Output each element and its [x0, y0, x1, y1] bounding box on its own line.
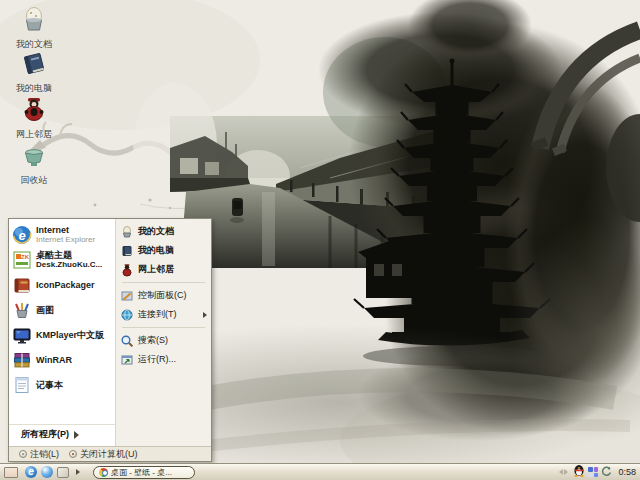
my-documents-icon — [120, 225, 134, 239]
paint-brushes-icon — [12, 300, 32, 320]
menu-item-paint[interactable]: 画图 — [9, 297, 115, 322]
menu-item-label: 控制面板(C) — [138, 289, 187, 302]
opera-figure-icon — [19, 94, 49, 128]
log-off-button[interactable]: 注销(L) — [19, 448, 59, 461]
tray-resize-handle-icon[interactable] — [559, 469, 568, 475]
taskbar: e 桌面 - 壁纸 - 桌... — [0, 463, 640, 480]
menu-separator — [122, 327, 205, 328]
menu-item-title: 桌酷主题 — [36, 250, 102, 260]
menu-item-internet[interactable]: e Internet Internet Explorer — [9, 222, 115, 247]
log-off-icon — [19, 450, 27, 458]
control-panel-icon — [120, 289, 134, 303]
task-button-label: 桌面 - 壁纸 - 桌... — [111, 467, 172, 478]
menu-item-control-panel[interactable]: 控制面板(C) — [116, 286, 211, 305]
start-menu-places-column: 我的文档 我的电脑 — [116, 219, 211, 446]
desktop-icon-label: 我的电脑 — [16, 83, 52, 93]
svg-text:e: e — [18, 227, 25, 242]
menu-separator — [122, 282, 205, 283]
svg-text:ZK: ZK — [21, 254, 30, 260]
menu-item-search[interactable]: 搜索(S) — [116, 331, 211, 350]
iconpackager-book-icon — [12, 275, 32, 295]
menu-item-subtitle: Desk.ZhuoKu.C... — [36, 260, 102, 270]
menu-item-title: WinRAR — [36, 355, 72, 365]
desktop-icon-label: 网上邻居 — [16, 129, 52, 139]
network-places-icon — [120, 263, 134, 277]
internet-explorer-icon[interactable]: e — [25, 466, 37, 478]
zhuoku-app-icon: ZK — [12, 250, 32, 270]
start-menu-bottom-bar: 注销(L) 关闭计算机(U) — [9, 446, 211, 461]
menu-item-kmplayer[interactable]: KMPlayer中文版 — [9, 322, 115, 347]
blue-book-icon — [19, 48, 49, 82]
desktop: 我的文档 我的电脑 网上邻居 — [0, 0, 640, 480]
notepad-icon — [12, 375, 32, 395]
update-swirl-icon[interactable] — [601, 463, 612, 480]
desktop-icon-label: 回收站 — [21, 175, 48, 185]
menu-item-network-places[interactable]: 网上邻居 — [116, 260, 211, 279]
start-menu-pinned-column: e Internet Internet Explorer ZK — [9, 219, 116, 446]
winrar-books-icon — [12, 350, 32, 370]
log-off-label: 注销(L) — [30, 448, 59, 461]
menu-item-title: 记事本 — [36, 380, 63, 390]
menu-item-label: 网上邻居 — [138, 263, 174, 276]
menu-item-label: 搜索(S) — [138, 334, 168, 347]
windows-messenger-icon[interactable] — [588, 467, 598, 477]
turn-off-label: 关闭计算机(U) — [80, 448, 138, 461]
connect-to-globe-icon — [120, 308, 134, 322]
menu-item-title: IconPackager — [36, 280, 95, 290]
menu-item-label: 运行(R)... — [138, 353, 176, 366]
quick-launch-overflow-icon[interactable] — [76, 469, 80, 475]
menu-item-run[interactable]: 运行(R)... — [116, 350, 211, 369]
kmplayer-monitor-icon — [12, 325, 32, 345]
egg-cup-icon — [19, 4, 49, 38]
celadon-bowl-icon — [19, 140, 49, 174]
menu-item-label: 我的电脑 — [138, 244, 174, 257]
menu-item-winrar[interactable]: WinRAR — [9, 347, 115, 372]
media-player-orb-icon[interactable] — [41, 466, 53, 478]
desktop-icon-my-documents[interactable]: 我的文档 — [4, 4, 64, 49]
quick-launch-bar: e — [25, 466, 80, 478]
menu-item-my-computer[interactable]: 我的电脑 — [116, 241, 211, 260]
desktop-icon-network-places[interactable]: 网上邻居 — [4, 94, 64, 139]
menu-item-notepad[interactable]: 记事本 — [9, 372, 115, 397]
my-computer-icon — [120, 244, 134, 258]
start-menu-body: e Internet Internet Explorer ZK — [9, 219, 211, 446]
all-programs-button[interactable]: 所有程序(P) — [9, 424, 115, 444]
taskbar-clock[interactable]: 0:58 — [618, 467, 636, 477]
show-desktop-icon[interactable] — [57, 467, 69, 478]
menu-item-my-documents[interactable]: 我的文档 — [116, 222, 211, 241]
submenu-arrow-icon — [203, 312, 207, 318]
browser-icon — [99, 468, 108, 477]
menu-item-connect-to[interactable]: 连接到(T) — [116, 305, 211, 324]
menu-item-label: 连接到(T) — [138, 308, 177, 321]
run-icon — [120, 353, 134, 367]
start-menu: e Internet Internet Explorer ZK — [8, 218, 212, 462]
system-tray: 0:58 — [559, 463, 640, 480]
menu-item-title: KMPlayer中文版 — [36, 330, 104, 340]
menu-item-zhuoku-theme[interactable]: ZK 桌酷主题 Desk.ZhuoKu.C... — [9, 247, 115, 272]
search-icon — [120, 334, 134, 348]
submenu-arrow-icon — [74, 431, 79, 439]
menu-item-label: 我的文档 — [138, 225, 174, 238]
desktop-icon-my-computer[interactable]: 我的电脑 — [4, 48, 64, 93]
taskbar-task-button[interactable]: 桌面 - 壁纸 - 桌... — [93, 466, 195, 479]
start-button[interactable] — [4, 467, 18, 478]
turn-off-icon — [69, 450, 77, 458]
all-programs-label: 所有程序(P) — [21, 428, 69, 441]
menu-item-subtitle: Internet Explorer — [36, 235, 95, 245]
menu-item-iconpackager[interactable]: IconPackager — [9, 272, 115, 297]
desktop-icon-recycle-bin[interactable]: 回收站 — [4, 140, 64, 185]
turn-off-computer-button[interactable]: 关闭计算机(U) — [69, 448, 138, 461]
menu-item-title: Internet — [36, 225, 95, 235]
qq-icon[interactable] — [573, 463, 585, 480]
internet-explorer-icon: e — [12, 225, 32, 245]
menu-item-title: 画图 — [36, 305, 54, 315]
